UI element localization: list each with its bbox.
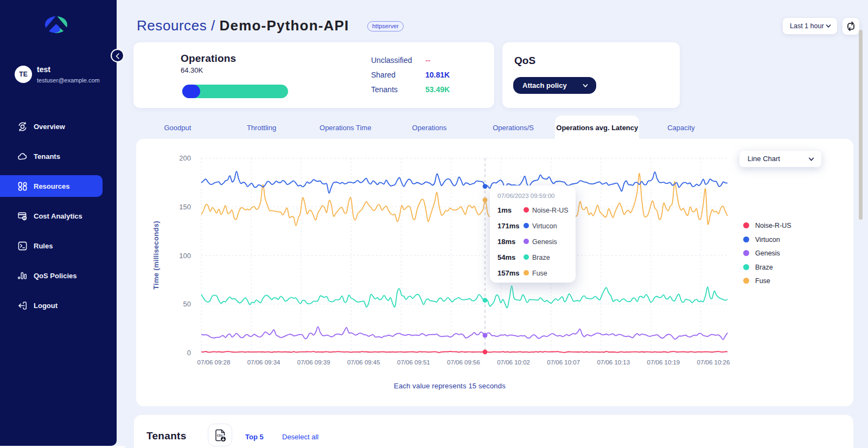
svg-text:0: 0 bbox=[187, 349, 191, 357]
svg-text:07/06 10:13: 07/06 10:13 bbox=[597, 359, 630, 366]
svg-text:CSV: CSV bbox=[217, 434, 223, 437]
svg-text:07/06 09:45: 07/06 09:45 bbox=[347, 359, 380, 366]
svg-text:$: $ bbox=[24, 216, 25, 220]
svg-text:07/06 09:34: 07/06 09:34 bbox=[247, 359, 280, 366]
svg-text:07/06 10:19: 07/06 10:19 bbox=[647, 359, 680, 366]
svg-text:07/06 09:39: 07/06 09:39 bbox=[297, 359, 330, 366]
svg-text:07/06 09:28: 07/06 09:28 bbox=[197, 359, 231, 366]
svg-text:100: 100 bbox=[179, 252, 191, 260]
svg-text:07/06 10:26: 07/06 10:26 bbox=[697, 359, 730, 366]
svg-text:07/06 10:02: 07/06 10:02 bbox=[497, 359, 530, 366]
svg-text:150: 150 bbox=[179, 203, 191, 211]
svg-text:50: 50 bbox=[183, 300, 191, 308]
svg-text:200: 200 bbox=[179, 154, 191, 162]
svg-text:07/06 09:51: 07/06 09:51 bbox=[397, 359, 430, 366]
svg-text:07/06 09:56: 07/06 09:56 bbox=[447, 359, 480, 366]
svg-text:07/06 10:07: 07/06 10:07 bbox=[547, 359, 580, 366]
